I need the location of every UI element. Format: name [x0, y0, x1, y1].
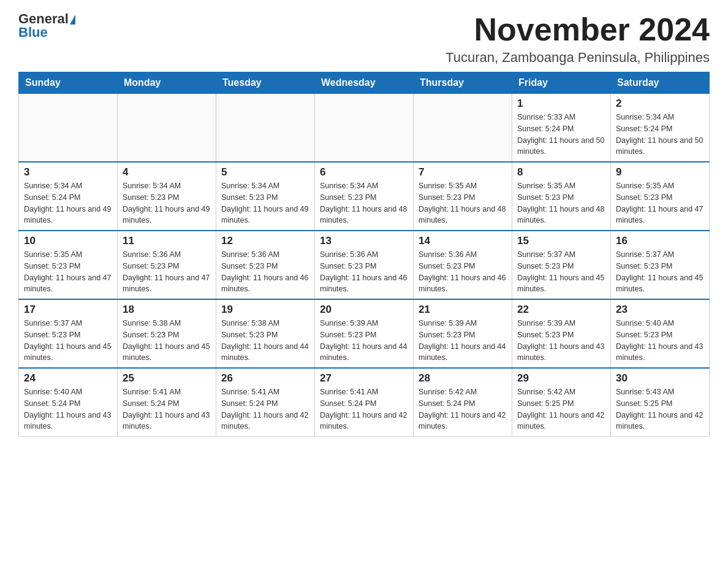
calendar-day-cell [216, 94, 315, 163]
day-info: Sunrise: 5:35 AMSunset: 5:23 PMDaylight:… [419, 180, 507, 226]
day-info: Sunrise: 5:37 AMSunset: 5:23 PMDaylight:… [517, 249, 605, 295]
calendar-day-cell: 6Sunrise: 5:34 AMSunset: 5:23 PMDaylight… [315, 162, 414, 231]
calendar-header: SundayMondayTuesdayWednesdayThursdayFrid… [19, 72, 710, 94]
day-info: Sunrise: 5:42 AMSunset: 5:25 PMDaylight:… [517, 386, 605, 432]
day-info: Sunrise: 5:39 AMSunset: 5:23 PMDaylight:… [419, 318, 507, 364]
day-of-week-header: Friday [512, 72, 611, 94]
day-info: Sunrise: 5:33 AMSunset: 5:24 PMDaylight:… [517, 112, 605, 158]
day-info: Sunrise: 5:41 AMSunset: 5:24 PMDaylight:… [320, 386, 408, 432]
day-info: Sunrise: 5:39 AMSunset: 5:23 PMDaylight:… [517, 318, 605, 364]
day-number: 18 [123, 304, 211, 316]
logo-top-row: General [18, 12, 75, 26]
day-number: 19 [221, 304, 309, 316]
logo-triangle-icon [70, 15, 75, 25]
calendar-week-row: 17Sunrise: 5:37 AMSunset: 5:23 PMDayligh… [19, 299, 710, 368]
calendar-day-cell: 5Sunrise: 5:34 AMSunset: 5:23 PMDaylight… [216, 162, 315, 231]
calendar-table: SundayMondayTuesdayWednesdayThursdayFrid… [18, 72, 710, 437]
calendar-week-row: 3Sunrise: 5:34 AMSunset: 5:24 PMDaylight… [19, 162, 710, 231]
calendar-day-cell: 23Sunrise: 5:40 AMSunset: 5:23 PMDayligh… [611, 299, 710, 368]
calendar-day-cell: 14Sunrise: 5:36 AMSunset: 5:23 PMDayligh… [414, 231, 512, 299]
day-number: 16 [616, 235, 704, 247]
day-info: Sunrise: 5:34 AMSunset: 5:24 PMDaylight:… [616, 112, 704, 158]
calendar-week-row: 1Sunrise: 5:33 AMSunset: 5:24 PMDaylight… [19, 94, 710, 163]
calendar-day-cell: 22Sunrise: 5:39 AMSunset: 5:23 PMDayligh… [512, 299, 611, 368]
location-title: Tucuran, Zamboanga Peninsula, Philippine… [446, 50, 710, 66]
day-number: 7 [419, 166, 507, 178]
day-number: 22 [517, 304, 605, 316]
calendar-day-cell [19, 94, 118, 163]
calendar-day-cell: 8Sunrise: 5:35 AMSunset: 5:23 PMDaylight… [512, 162, 611, 231]
calendar-day-cell: 30Sunrise: 5:43 AMSunset: 5:25 PMDayligh… [611, 368, 710, 437]
calendar-day-cell [118, 94, 216, 163]
day-number: 12 [221, 235, 309, 247]
day-of-week-header: Tuesday [216, 72, 315, 94]
calendar-day-cell: 2Sunrise: 5:34 AMSunset: 5:24 PMDaylight… [611, 94, 710, 163]
day-number: 21 [419, 304, 507, 316]
calendar-day-cell: 10Sunrise: 5:35 AMSunset: 5:23 PMDayligh… [19, 231, 118, 299]
day-of-week-header: Saturday [611, 72, 710, 94]
day-number: 24 [24, 372, 112, 385]
calendar-week-row: 10Sunrise: 5:35 AMSunset: 5:23 PMDayligh… [19, 231, 710, 299]
calendar-day-cell: 1Sunrise: 5:33 AMSunset: 5:24 PMDaylight… [512, 94, 611, 163]
day-info: Sunrise: 5:37 AMSunset: 5:23 PMDaylight:… [616, 249, 704, 295]
day-info: Sunrise: 5:40 AMSunset: 5:24 PMDaylight:… [24, 386, 112, 432]
day-number: 10 [24, 235, 112, 247]
day-info: Sunrise: 5:41 AMSunset: 5:24 PMDaylight:… [123, 386, 211, 432]
logo-bottom-row: Blue [18, 26, 48, 39]
page-header: General Blue November 2024 Tucuran, Zamb… [18, 12, 710, 66]
day-number: 29 [517, 372, 605, 385]
day-info: Sunrise: 5:38 AMSunset: 5:23 PMDaylight:… [123, 318, 211, 364]
day-info: Sunrise: 5:42 AMSunset: 5:24 PMDaylight:… [419, 386, 507, 432]
day-info: Sunrise: 5:35 AMSunset: 5:23 PMDaylight:… [517, 180, 605, 226]
calendar-day-cell: 18Sunrise: 5:38 AMSunset: 5:23 PMDayligh… [118, 299, 216, 368]
day-info: Sunrise: 5:34 AMSunset: 5:23 PMDaylight:… [221, 180, 309, 226]
calendar-day-cell: 28Sunrise: 5:42 AMSunset: 5:24 PMDayligh… [414, 368, 512, 437]
calendar-day-cell: 24Sunrise: 5:40 AMSunset: 5:24 PMDayligh… [19, 368, 118, 437]
calendar-day-cell: 4Sunrise: 5:34 AMSunset: 5:23 PMDaylight… [118, 162, 216, 231]
calendar-day-cell: 29Sunrise: 5:42 AMSunset: 5:25 PMDayligh… [512, 368, 611, 437]
calendar-day-cell: 27Sunrise: 5:41 AMSunset: 5:24 PMDayligh… [315, 368, 414, 437]
calendar-day-cell: 16Sunrise: 5:37 AMSunset: 5:23 PMDayligh… [611, 231, 710, 299]
calendar-day-cell: 15Sunrise: 5:37 AMSunset: 5:23 PMDayligh… [512, 231, 611, 299]
day-number: 17 [24, 304, 112, 316]
day-number: 3 [24, 166, 112, 178]
day-info: Sunrise: 5:37 AMSunset: 5:23 PMDaylight:… [24, 318, 112, 364]
calendar-day-cell: 17Sunrise: 5:37 AMSunset: 5:23 PMDayligh… [19, 299, 118, 368]
day-number: 14 [419, 235, 507, 247]
day-info: Sunrise: 5:35 AMSunset: 5:23 PMDaylight:… [24, 249, 112, 295]
calendar-day-cell: 19Sunrise: 5:38 AMSunset: 5:23 PMDayligh… [216, 299, 315, 368]
day-info: Sunrise: 5:36 AMSunset: 5:23 PMDaylight:… [419, 249, 507, 295]
month-title: November 2024 [446, 12, 710, 47]
day-info: Sunrise: 5:34 AMSunset: 5:23 PMDaylight:… [320, 180, 408, 226]
calendar-day-cell: 26Sunrise: 5:41 AMSunset: 5:24 PMDayligh… [216, 368, 315, 437]
day-info: Sunrise: 5:34 AMSunset: 5:23 PMDaylight:… [123, 180, 211, 226]
day-info: Sunrise: 5:39 AMSunset: 5:23 PMDaylight:… [320, 318, 408, 364]
calendar-day-cell [315, 94, 414, 163]
calendar-body: 1Sunrise: 5:33 AMSunset: 5:24 PMDaylight… [19, 94, 710, 437]
day-info: Sunrise: 5:34 AMSunset: 5:24 PMDaylight:… [24, 180, 112, 226]
day-info: Sunrise: 5:40 AMSunset: 5:23 PMDaylight:… [616, 318, 704, 364]
calendar-day-cell: 11Sunrise: 5:36 AMSunset: 5:23 PMDayligh… [118, 231, 216, 299]
logo-blue-text: Blue [18, 25, 48, 40]
day-info: Sunrise: 5:36 AMSunset: 5:23 PMDaylight:… [320, 249, 408, 295]
calendar-day-cell: 9Sunrise: 5:35 AMSunset: 5:23 PMDaylight… [611, 162, 710, 231]
day-number: 4 [123, 166, 211, 178]
day-number: 23 [616, 304, 704, 316]
day-number: 30 [616, 372, 704, 385]
calendar-week-row: 24Sunrise: 5:40 AMSunset: 5:24 PMDayligh… [19, 368, 710, 437]
day-number: 8 [517, 166, 605, 178]
day-number: 2 [616, 98, 704, 110]
calendar-day-cell: 12Sunrise: 5:36 AMSunset: 5:23 PMDayligh… [216, 231, 315, 299]
days-of-week-row: SundayMondayTuesdayWednesdayThursdayFrid… [19, 72, 710, 94]
day-of-week-header: Thursday [414, 72, 512, 94]
calendar-day-cell: 7Sunrise: 5:35 AMSunset: 5:23 PMDaylight… [414, 162, 512, 231]
day-number: 15 [517, 235, 605, 247]
logo: General Blue [18, 12, 75, 39]
calendar-day-cell: 25Sunrise: 5:41 AMSunset: 5:24 PMDayligh… [118, 368, 216, 437]
title-area: November 2024 Tucuran, Zamboanga Peninsu… [446, 12, 710, 66]
day-number: 13 [320, 235, 408, 247]
day-info: Sunrise: 5:35 AMSunset: 5:23 PMDaylight:… [616, 180, 704, 226]
day-number: 5 [221, 166, 309, 178]
calendar-day-cell: 20Sunrise: 5:39 AMSunset: 5:23 PMDayligh… [315, 299, 414, 368]
day-number: 20 [320, 304, 408, 316]
